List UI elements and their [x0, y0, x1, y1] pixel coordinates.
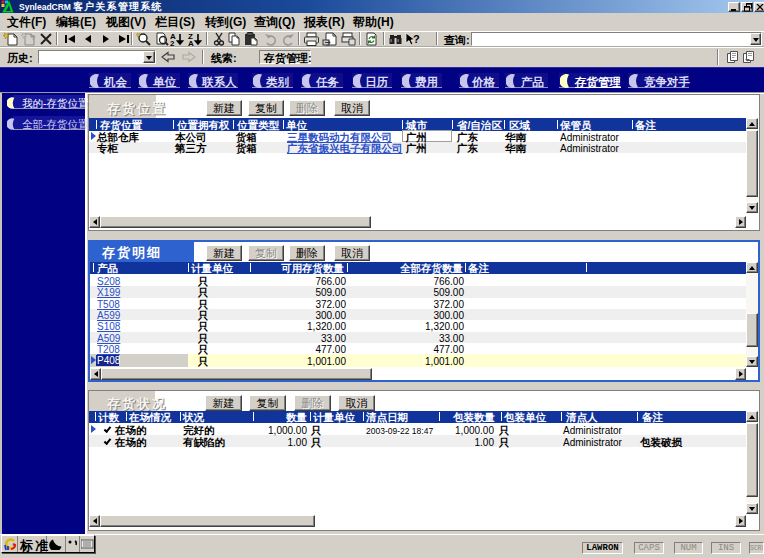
svg-text:?: ?: [413, 33, 420, 45]
svg-text:?: ?: [31, 33, 36, 42]
svg-text:A: A: [188, 39, 194, 46]
svg-text:2: 2: [170, 39, 175, 46]
